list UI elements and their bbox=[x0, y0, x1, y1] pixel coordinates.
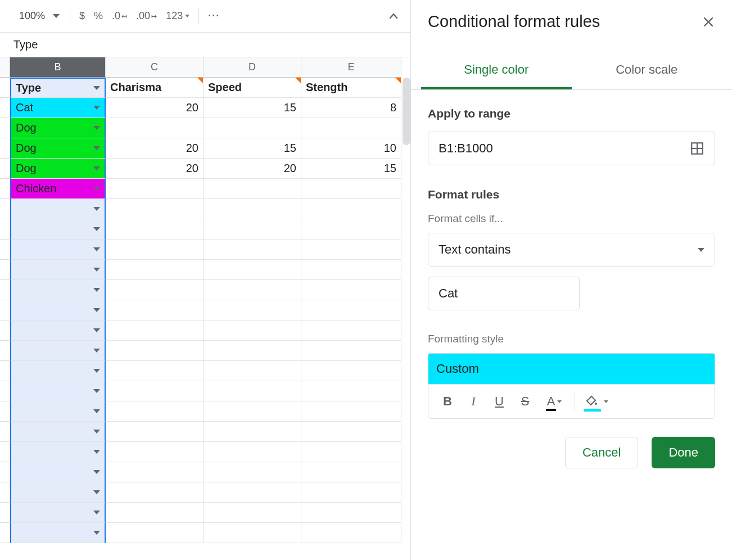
row-header[interactable] bbox=[0, 199, 10, 219]
cell[interactable] bbox=[10, 219, 106, 240]
cell[interactable] bbox=[301, 442, 401, 462]
cell[interactable]: Speed bbox=[204, 78, 301, 98]
dropdown-icon[interactable] bbox=[93, 389, 100, 393]
done-button[interactable]: Done bbox=[652, 437, 715, 468]
close-button[interactable] bbox=[702, 15, 715, 29]
cell[interactable]: Stength bbox=[301, 78, 401, 98]
dropdown-icon[interactable] bbox=[93, 430, 100, 433]
cell[interactable] bbox=[10, 462, 106, 482]
cell[interactable] bbox=[10, 260, 106, 280]
cell[interactable] bbox=[204, 199, 301, 219]
dropdown-icon[interactable] bbox=[93, 450, 100, 454]
dropdown-icon[interactable] bbox=[93, 126, 100, 130]
column-header-b[interactable]: B bbox=[10, 57, 106, 78]
cell[interactable] bbox=[10, 341, 106, 361]
dropdown-icon[interactable] bbox=[93, 328, 100, 332]
dropdown-icon[interactable] bbox=[93, 187, 100, 191]
dropdown-icon[interactable] bbox=[93, 146, 100, 150]
cell[interactable] bbox=[301, 422, 401, 442]
row-header[interactable] bbox=[0, 78, 10, 98]
bold-button[interactable]: B bbox=[435, 389, 460, 414]
cell[interactable]: Charisma bbox=[106, 78, 204, 98]
cell[interactable] bbox=[301, 381, 401, 401]
cell[interactable] bbox=[204, 442, 301, 462]
grid-icon[interactable] bbox=[690, 141, 704, 156]
row-header[interactable] bbox=[0, 503, 10, 523]
column-header-e[interactable]: E bbox=[301, 57, 401, 78]
row-header[interactable] bbox=[0, 300, 10, 320]
fill-color-button[interactable] bbox=[580, 389, 613, 414]
row-header[interactable] bbox=[0, 523, 10, 543]
row-header[interactable] bbox=[0, 118, 10, 138]
cell[interactable] bbox=[10, 240, 106, 260]
cell[interactable] bbox=[10, 381, 106, 401]
dropdown-icon[interactable] bbox=[93, 409, 100, 413]
tab-single-color[interactable]: Single color bbox=[421, 52, 572, 89]
row-header[interactable] bbox=[0, 219, 10, 240]
column-header-c[interactable]: C bbox=[106, 57, 204, 78]
cell[interactable] bbox=[301, 280, 401, 300]
row-header[interactable] bbox=[0, 320, 10, 341]
style-preview[interactable]: Custom bbox=[428, 353, 715, 384]
cell[interactable] bbox=[10, 401, 106, 422]
row-header[interactable] bbox=[0, 401, 10, 422]
text-color-button[interactable]: A bbox=[539, 389, 570, 414]
cell[interactable] bbox=[204, 118, 301, 138]
cell[interactable] bbox=[301, 503, 401, 523]
row-header[interactable] bbox=[0, 482, 10, 503]
row-header[interactable] bbox=[0, 442, 10, 462]
row-header[interactable] bbox=[0, 240, 10, 260]
cell[interactable] bbox=[106, 240, 204, 260]
cell[interactable] bbox=[204, 462, 301, 482]
select-all-corner[interactable] bbox=[0, 57, 10, 78]
dropdown-icon[interactable] bbox=[93, 288, 100, 292]
cell[interactable] bbox=[106, 462, 204, 482]
condition-text-input[interactable]: Cat bbox=[428, 277, 580, 310]
cell[interactable] bbox=[106, 523, 204, 543]
cell[interactable] bbox=[10, 482, 106, 503]
row-header[interactable] bbox=[0, 138, 10, 159]
cell[interactable] bbox=[204, 179, 301, 199]
cell[interactable]: 15 bbox=[301, 159, 401, 179]
zoom-selector[interactable]: 100% bbox=[7, 10, 65, 22]
cell[interactable] bbox=[106, 381, 204, 401]
cell[interactable] bbox=[204, 422, 301, 442]
cell[interactable]: Dog bbox=[10, 118, 106, 138]
dropdown-icon[interactable] bbox=[93, 308, 100, 312]
row-header[interactable] bbox=[0, 179, 10, 199]
cell[interactable]: Dog bbox=[10, 138, 106, 159]
cell[interactable] bbox=[10, 422, 106, 442]
cell[interactable] bbox=[204, 361, 301, 381]
cell[interactable] bbox=[106, 179, 204, 199]
cell[interactable]: Chicken bbox=[10, 179, 106, 199]
cell[interactable] bbox=[301, 118, 401, 138]
cell[interactable] bbox=[204, 320, 301, 341]
cell[interactable] bbox=[204, 300, 301, 320]
dropdown-icon[interactable] bbox=[93, 166, 100, 170]
cell[interactable] bbox=[106, 341, 204, 361]
dropdown-icon[interactable] bbox=[93, 268, 100, 272]
cell[interactable] bbox=[106, 118, 204, 138]
cell[interactable] bbox=[301, 462, 401, 482]
cell[interactable]: Type bbox=[10, 78, 106, 98]
column-header-d[interactable]: D bbox=[204, 57, 301, 78]
tab-color-scale[interactable]: Color scale bbox=[572, 52, 722, 89]
cell[interactable] bbox=[204, 503, 301, 523]
dropdown-icon[interactable] bbox=[93, 349, 100, 353]
dropdown-icon[interactable] bbox=[93, 470, 100, 474]
cell[interactable] bbox=[106, 199, 204, 219]
cell[interactable]: 10 bbox=[301, 138, 401, 159]
cell[interactable]: 20 bbox=[204, 159, 301, 179]
cell[interactable] bbox=[301, 300, 401, 320]
row-header[interactable] bbox=[0, 260, 10, 280]
increase-decimal-button[interactable]: .00 ↦ bbox=[132, 6, 161, 26]
cell[interactable] bbox=[10, 503, 106, 523]
cell[interactable] bbox=[204, 401, 301, 422]
cell[interactable] bbox=[204, 482, 301, 503]
collapse-toolbar-button[interactable] bbox=[383, 6, 404, 26]
cell[interactable] bbox=[301, 199, 401, 219]
cell[interactable] bbox=[204, 240, 301, 260]
cell[interactable] bbox=[301, 240, 401, 260]
cell[interactable] bbox=[106, 503, 204, 523]
cell[interactable] bbox=[106, 442, 204, 462]
